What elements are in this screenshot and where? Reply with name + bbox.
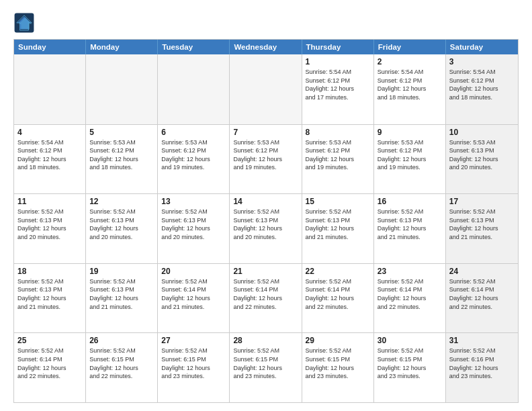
calendar-cell: 28Sunrise: 5:52 AM Sunset: 6:15 PM Dayli… [230,333,302,402]
calendar-cell [14,54,86,124]
day-info: Sunrise: 5:52 AM Sunset: 6:13 PM Dayligh… [306,208,370,241]
calendar-cell: 17Sunrise: 5:52 AM Sunset: 6:13 PM Dayli… [446,194,518,263]
calendar-cell: 13Sunrise: 5:52 AM Sunset: 6:13 PM Dayli… [158,194,230,263]
calendar-cell: 1Sunrise: 5:54 AM Sunset: 6:12 PM Daylig… [302,54,374,124]
day-info: Sunrise: 5:54 AM Sunset: 6:12 PM Dayligh… [306,68,370,101]
day-number: 25 [17,336,82,345]
calendar-row-0: 1Sunrise: 5:54 AM Sunset: 6:12 PM Daylig… [14,54,518,124]
day-number: 4 [17,128,82,137]
day-number: 27 [161,336,226,345]
calendar-cell: 14Sunrise: 5:52 AM Sunset: 6:13 PM Dayli… [230,194,302,263]
header-day-sunday: Sunday [14,40,86,54]
day-number: 15 [306,197,370,206]
calendar-cell: 19Sunrise: 5:52 AM Sunset: 6:13 PM Dayli… [86,264,158,333]
day-number: 11 [17,197,82,206]
calendar: SundayMondayTuesdayWednesdayThursdayFrid… [13,39,519,403]
day-info: Sunrise: 5:54 AM Sunset: 6:12 PM Dayligh… [17,138,82,172]
calendar-cell: 2Sunrise: 5:54 AM Sunset: 6:12 PM Daylig… [374,54,446,124]
day-number: 3 [449,57,515,66]
day-info: Sunrise: 5:53 AM Sunset: 6:12 PM Dayligh… [161,138,226,172]
day-info: Sunrise: 5:52 AM Sunset: 6:15 PM Dayligh… [306,347,370,380]
day-number: 9 [378,128,442,137]
header [13,12,519,34]
calendar-cell: 3Sunrise: 5:54 AM Sunset: 6:12 PM Daylig… [446,54,518,124]
calendar-cell: 21Sunrise: 5:52 AM Sunset: 6:14 PM Dayli… [230,264,302,333]
calendar-cell [86,54,158,124]
header-day-friday: Friday [374,40,446,54]
day-number: 12 [89,197,154,206]
day-number: 28 [233,336,298,345]
day-number: 10 [449,128,515,137]
calendar-cell: 10Sunrise: 5:53 AM Sunset: 6:13 PM Dayli… [446,125,518,194]
day-number: 6 [161,128,226,137]
calendar-cell: 4Sunrise: 5:54 AM Sunset: 6:12 PM Daylig… [14,125,86,194]
day-info: Sunrise: 5:52 AM Sunset: 6:14 PM Dayligh… [17,347,82,380]
day-number: 29 [306,336,370,345]
day-number: 8 [306,128,370,137]
day-number: 17 [449,197,515,206]
calendar-header: SundayMondayTuesdayWednesdayThursdayFrid… [14,40,518,54]
day-number: 31 [449,336,515,345]
day-info: Sunrise: 5:52 AM Sunset: 6:13 PM Dayligh… [161,208,226,241]
day-info: Sunrise: 5:52 AM Sunset: 6:14 PM Dayligh… [161,277,226,311]
day-info: Sunrise: 5:52 AM Sunset: 6:15 PM Dayligh… [89,347,154,380]
day-info: Sunrise: 5:52 AM Sunset: 6:16 PM Dayligh… [449,347,515,380]
calendar-cell: 22Sunrise: 5:52 AM Sunset: 6:14 PM Dayli… [302,264,374,333]
day-number: 5 [89,128,154,137]
calendar-row-2: 11Sunrise: 5:52 AM Sunset: 6:13 PM Dayli… [14,193,518,263]
day-info: Sunrise: 5:52 AM Sunset: 6:13 PM Dayligh… [233,208,298,241]
day-info: Sunrise: 5:54 AM Sunset: 6:12 PM Dayligh… [378,68,442,101]
calendar-cell: 31Sunrise: 5:52 AM Sunset: 6:16 PM Dayli… [446,333,518,402]
day-number: 23 [378,267,442,276]
day-info: Sunrise: 5:52 AM Sunset: 6:14 PM Dayligh… [306,277,370,311]
calendar-cell: 20Sunrise: 5:52 AM Sunset: 6:14 PM Dayli… [158,264,230,333]
calendar-row-3: 18Sunrise: 5:52 AM Sunset: 6:13 PM Dayli… [14,263,518,333]
day-number: 26 [89,336,154,345]
day-info: Sunrise: 5:52 AM Sunset: 6:15 PM Dayligh… [378,347,442,380]
calendar-cell: 23Sunrise: 5:52 AM Sunset: 6:14 PM Dayli… [374,264,446,333]
day-number: 30 [378,336,442,345]
header-day-wednesday: Wednesday [230,40,302,54]
day-number: 2 [378,57,442,66]
header-day-tuesday: Tuesday [158,40,230,54]
day-number: 22 [306,267,370,276]
day-info: Sunrise: 5:53 AM Sunset: 6:12 PM Dayligh… [89,138,154,172]
logo-icon [13,12,35,34]
calendar-cell: 25Sunrise: 5:52 AM Sunset: 6:14 PM Dayli… [14,333,86,402]
day-info: Sunrise: 5:52 AM Sunset: 6:14 PM Dayligh… [449,277,515,311]
day-info: Sunrise: 5:52 AM Sunset: 6:15 PM Dayligh… [233,347,298,380]
day-info: Sunrise: 5:52 AM Sunset: 6:13 PM Dayligh… [89,208,154,241]
calendar-cell: 29Sunrise: 5:52 AM Sunset: 6:15 PM Dayli… [302,333,374,402]
header-day-monday: Monday [86,40,158,54]
calendar-cell: 15Sunrise: 5:52 AM Sunset: 6:13 PM Dayli… [302,194,374,263]
calendar-cell: 16Sunrise: 5:52 AM Sunset: 6:13 PM Dayli… [374,194,446,263]
day-info: Sunrise: 5:52 AM Sunset: 6:13 PM Dayligh… [89,277,154,311]
logo [13,12,38,34]
day-info: Sunrise: 5:52 AM Sunset: 6:13 PM Dayligh… [17,208,82,241]
day-number: 24 [449,267,515,276]
day-number: 20 [161,267,226,276]
day-number: 19 [89,267,154,276]
day-info: Sunrise: 5:52 AM Sunset: 6:13 PM Dayligh… [449,208,515,241]
calendar-cell: 27Sunrise: 5:52 AM Sunset: 6:15 PM Dayli… [158,333,230,402]
day-number: 21 [233,267,298,276]
day-number: 13 [161,197,226,206]
day-number: 7 [233,128,298,137]
day-info: Sunrise: 5:53 AM Sunset: 6:13 PM Dayligh… [449,138,515,172]
calendar-row-1: 4Sunrise: 5:54 AM Sunset: 6:12 PM Daylig… [14,124,518,194]
day-info: Sunrise: 5:53 AM Sunset: 6:12 PM Dayligh… [233,138,298,172]
calendar-cell: 8Sunrise: 5:53 AM Sunset: 6:12 PM Daylig… [302,125,374,194]
header-day-saturday: Saturday [446,40,518,54]
day-info: Sunrise: 5:52 AM Sunset: 6:14 PM Dayligh… [233,277,298,311]
calendar-cell: 24Sunrise: 5:52 AM Sunset: 6:14 PM Dayli… [446,264,518,333]
calendar-cell [230,54,302,124]
calendar-cell [158,54,230,124]
day-number: 1 [306,57,370,66]
day-number: 18 [17,267,82,276]
day-info: Sunrise: 5:53 AM Sunset: 6:12 PM Dayligh… [378,138,442,172]
calendar-row-4: 25Sunrise: 5:52 AM Sunset: 6:14 PM Dayli… [14,332,518,402]
page: SundayMondayTuesdayWednesdayThursdayFrid… [0,0,532,411]
day-number: 14 [233,197,298,206]
calendar-cell: 26Sunrise: 5:52 AM Sunset: 6:15 PM Dayli… [86,333,158,402]
calendar-cell: 6Sunrise: 5:53 AM Sunset: 6:12 PM Daylig… [158,125,230,194]
